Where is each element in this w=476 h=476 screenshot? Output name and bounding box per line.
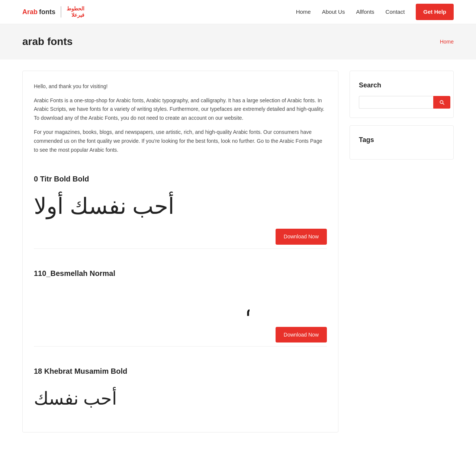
site-header: Arab fonts الحطوط فيرعلا Home About Us A… [0, 0, 476, 24]
logo: Arab fonts [22, 7, 55, 17]
divider-1 [34, 346, 327, 347]
breadcrumb-home[interactable]: Home [440, 38, 454, 46]
font-preview-1: بسم الله الرحمن الرحيم محمد ﷺ | مولاة ال… [34, 286, 327, 319]
nav-about[interactable]: About Us [322, 7, 345, 16]
logo-fonts-text: fonts [39, 7, 55, 17]
intro-section: Hello, and thank you for visiting! Arabi… [34, 82, 327, 155]
intro-para2: For your magazines, books, blogs, and ne… [34, 128, 327, 154]
font-arabic-text-2: أحب نفسك [34, 387, 117, 410]
font-title-0: 0 Titr Bold Bold [34, 173, 327, 185]
font-entry-0: 0 Titr Bold Bold أحب نفسك أولا Download … [34, 165, 327, 248]
content-area: Hello, and thank you for visiting! Arabi… [22, 71, 338, 432]
main-nav: Home About Us Allfonts Contact Get Help [296, 4, 454, 20]
nav-get-help[interactable]: Get Help [416, 4, 454, 20]
search-button[interactable] [433, 96, 450, 109]
font-title-1: 110_Besmellah Normal [34, 267, 327, 279]
tags-title: Tags [359, 135, 444, 145]
intro-greeting: Hello, and thank you for visiting! [34, 82, 327, 91]
intro-para1: Arabic Fonts is a one-stop-shop for Arab… [34, 96, 327, 123]
svg-text:بسم الله الرحمن الرحيم: بسم الله الرحمن الرحيم [246, 294, 250, 316]
font-download-row-1: Download Now [34, 327, 327, 342]
sidebar: Search Tags [350, 71, 454, 432]
nav-contact[interactable]: Contact [386, 7, 405, 16]
calligraphy-svg: بسم الله الرحمن الرحيم محمد ﷺ | مولاة ال… [34, 286, 250, 319]
logo-arab-text: Arab [22, 7, 38, 17]
nav-home[interactable]: Home [296, 7, 311, 16]
font-arabic-text-0: أحب نفسك أولا [34, 192, 174, 221]
font-download-row-0: Download Now [34, 229, 327, 244]
logo-area: Arab fonts الحطوط فيرعلا [22, 6, 84, 18]
search-icon [439, 99, 445, 105]
logo-arabic-text: الحطوط فيرعلا [67, 6, 84, 18]
download-button-1[interactable]: Download Now [276, 327, 327, 342]
divider-0 [34, 248, 327, 249]
tags-card: Tags [350, 125, 454, 160]
font-title-2: 18 Khebrat Musamim Bold [34, 365, 327, 377]
logo-divider [61, 6, 61, 17]
nav-allfonts[interactable]: Allfonts [356, 7, 374, 16]
search-row [359, 96, 444, 109]
search-input[interactable] [359, 96, 433, 109]
font-preview-2: أحب نفسك [34, 384, 327, 414]
font-entry-1: 110_Besmellah Normal بسم الله الرحمن الر… [34, 260, 327, 347]
breadcrumb-bar: arab fonts Home [0, 24, 476, 60]
main-layout: Hello, and thank you for visiting! Arabi… [0, 60, 476, 444]
download-button-0[interactable]: Download Now [276, 229, 327, 244]
page-title: arab fonts [22, 33, 73, 50]
font-entry-2: 18 Khebrat Musamim Bold أحب نفسك [34, 358, 327, 414]
font-preview-0: أحب نفسك أولا [34, 192, 327, 221]
search-card: Search [350, 71, 454, 118]
search-title: Search [359, 80, 444, 91]
